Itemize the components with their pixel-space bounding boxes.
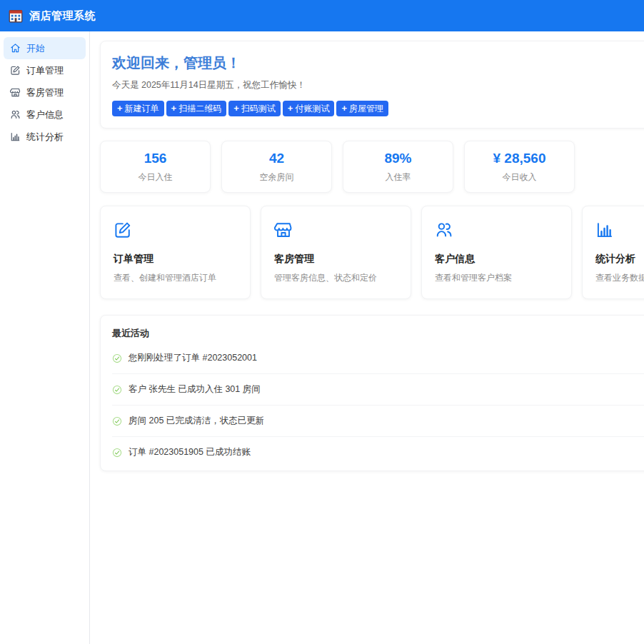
feature-title: 客房管理 [274,253,398,266]
plus-icon: + [117,104,123,113]
stat-value: 89% [346,151,450,166]
scan-qrcode-button[interactable]: + 扫描二维码 [166,101,227,116]
main-content: 欢迎回来，管理员！ 今天是 2025年11月14日星期五，祝您工作愉快！ + 新… [90,31,644,471]
recent-activity-title: 最近活动 [112,327,644,340]
quick-action-buttons: + 新建订单 + 扫描二维码 + 扫码测试 + 付账测试 + 房屋管理 [112,101,644,116]
stat-label: 空余房间 [225,171,328,183]
edit-square-icon [114,221,132,239]
plus-icon: + [288,104,293,113]
activity-item: 房间 205 已完成清洁，状态已更新 [112,405,644,436]
stat-card-vacant-rooms: 42 空余房间 [221,141,332,193]
sidebar-item-rooms[interactable]: 客房管理 [4,81,86,104]
feature-card-customers[interactable]: 客户信息 查看和管理客户档案 [421,206,572,299]
sidebar-item-customers[interactable]: 客户信息 [4,104,86,126]
activity-text: 订单 #2023051905 已成功结账 [129,446,251,458]
sidebar-item-label: 客户信息 [26,108,64,121]
app-header: 酒店管理系统 [0,0,644,31]
plus-icon: + [233,104,239,113]
users-icon [435,221,453,239]
activity-item: 订单 #2023051905 已成功结账 [112,436,644,468]
bar-chart-icon [10,131,21,142]
sidebar-nav: 开始 订单管理 客房管理 客户信息 统计分析 [0,31,90,644]
scan-test-button[interactable]: + 扫码测试 [228,101,281,116]
sidebar-item-home[interactable]: 开始 [4,37,86,59]
app-title: 酒店管理系统 [29,9,96,23]
stat-card-revenue: ¥ 28,560 今日收入 [464,141,575,193]
welcome-card: 欢迎回来，管理员！ 今天是 2025年11月14日星期五，祝您工作愉快！ + 新… [100,41,644,129]
plus-icon: + [171,104,177,113]
stat-value: 42 [225,151,328,166]
activity-text: 客户 张先生 已成功入住 301 房间 [129,383,261,396]
storefront-icon [274,221,293,239]
stat-label: 今日入住 [104,171,207,183]
feature-row: 订单管理 查看、创建和管理酒店订单 客房管理 管理客房信息、状态和定价 客户信息… [100,206,644,299]
stat-value: ¥ 28,560 [468,151,571,166]
edit-square-icon [10,65,21,76]
feature-desc: 查看和管理客户档案 [435,272,558,284]
activity-item: 客户 张先生 已成功入住 301 房间 [112,373,644,405]
feature-title: 订单管理 [114,253,237,266]
check-circle-icon [112,353,122,363]
house-manage-button[interactable]: + 房屋管理 [336,101,388,116]
stats-row: 156 今日入住 42 空余房间 89% 入住率 ¥ 28,560 今日收入 [100,141,644,193]
check-circle-icon [112,385,122,395]
stat-label: 入住率 [346,171,450,183]
users-icon [10,109,21,120]
sidebar-item-label: 订单管理 [26,64,64,77]
feature-card-statistics[interactable]: 统计分析 查看业务数据和 [582,206,644,299]
plus-icon: + [341,104,347,113]
sidebar-item-orders[interactable]: 订单管理 [4,59,86,81]
feature-card-rooms[interactable]: 客房管理 管理客房信息、状态和定价 [261,206,411,299]
feature-title: 统计分析 [595,253,644,266]
check-circle-icon [112,448,122,458]
stat-label: 今日收入 [468,171,571,183]
recent-activity-card: 最近活动 您刚刚处理了订单 #2023052001 客户 张先生 已成功入住 3… [100,315,644,471]
hotel-logo-icon [9,9,23,23]
sidebar-item-statistics[interactable]: 统计分析 [4,126,86,148]
welcome-subtitle: 今天是 2025年11月14日星期五，祝您工作愉快！ [112,79,644,91]
feature-desc: 管理客房信息、状态和定价 [274,272,398,284]
feature-desc: 查看业务数据和 [595,272,644,284]
sidebar-item-label: 客房管理 [26,86,64,99]
activity-item: 您刚刚处理了订单 #2023052001 [112,343,644,373]
payment-test-button[interactable]: + 付账测试 [283,101,335,116]
feature-card-orders[interactable]: 订单管理 查看、创建和管理酒店订单 [100,206,251,299]
sidebar-item-label: 统计分析 [26,130,64,144]
new-order-button[interactable]: + 新建订单 [112,101,164,116]
home-icon [10,43,21,54]
stat-card-checkins: 156 今日入住 [100,141,211,193]
storefront-icon [10,87,21,98]
stat-card-occupancy-rate: 89% 入住率 [343,141,453,193]
activity-text: 您刚刚处理了订单 #2023052001 [129,352,257,364]
sidebar-item-label: 开始 [26,41,45,55]
welcome-title: 欢迎回来，管理员！ [112,54,644,73]
check-circle-icon [112,416,122,426]
stat-value: 156 [104,151,207,166]
bar-chart-icon [595,221,614,239]
activity-text: 房间 205 已完成清洁，状态已更新 [129,415,264,427]
feature-title: 客户信息 [435,253,558,266]
feature-desc: 查看、创建和管理酒店订单 [114,272,237,284]
